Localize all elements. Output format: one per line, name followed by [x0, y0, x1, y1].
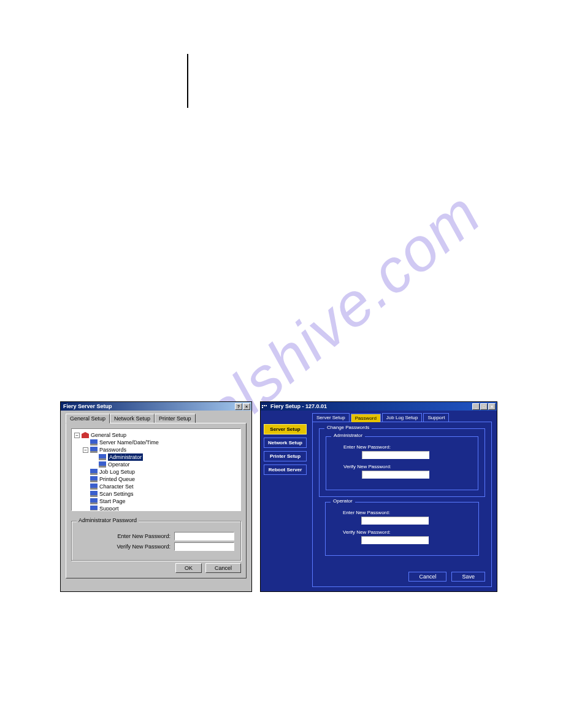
button-row: OK Cancel	[175, 563, 241, 573]
sidebar: Server Setup Network Setup Printer Setup…	[261, 411, 310, 592]
tabs-row: General Setup Network Setup Printer Setu…	[66, 413, 247, 423]
verify-password-input[interactable]	[174, 542, 234, 551]
verify-password-input[interactable]	[361, 536, 429, 544]
tree-label: General Setup	[91, 431, 126, 439]
tab-support[interactable]: Support	[423, 413, 449, 422]
field: Verify New Password:	[343, 464, 472, 479]
title-text: Fiery Server Setup	[62, 403, 112, 409]
tree-label: Character Set	[99, 483, 134, 490]
cancel-button[interactable]: Cancel	[408, 572, 446, 582]
tabs-row: Server Setup Password Job Log Setup Supp…	[312, 413, 492, 422]
tab-server-setup[interactable]: Server Setup	[312, 413, 350, 422]
ok-button[interactable]: OK	[175, 563, 202, 573]
tab-network-setup[interactable]: Network Setup	[110, 414, 155, 423]
cancel-button[interactable]: Cancel	[205, 563, 241, 573]
titlebar: Fiery Server Setup ? ×	[61, 402, 251, 411]
tree-item[interactable]: Scan Settings	[74, 490, 238, 498]
close-icon[interactable]: ×	[488, 403, 496, 410]
tree-root[interactable]: − General Setup	[74, 431, 238, 439]
monitor-icon	[90, 506, 98, 511]
operator-group: Operator Enter New Password: Verify New …	[325, 502, 479, 556]
tab-general-setup[interactable]: General Setup	[66, 414, 110, 423]
tree-item[interactable]: Start Page	[74, 498, 238, 505]
help-icon[interactable]: ?	[235, 403, 242, 410]
field-row: Verify New Password:	[78, 542, 234, 551]
field: Verify New Password:	[343, 529, 472, 544]
tree-label: Operator	[108, 461, 130, 468]
tab-printer-setup[interactable]: Printer Setup	[155, 414, 196, 423]
tree-label: Start Page	[99, 498, 126, 505]
enter-password-label: Enter New Password:	[343, 510, 472, 515]
admin-password-group: Administrator Password Enter New Passwor…	[71, 521, 241, 561]
monitor-icon	[99, 461, 106, 468]
enter-password-label: Enter New Password:	[343, 444, 472, 450]
verify-password-label: Verify New Password:	[343, 529, 472, 535]
monitor-icon	[90, 491, 98, 497]
tree-label: Administrator	[108, 453, 143, 461]
field: Enter New Password:	[343, 444, 472, 459]
group-title: Change Passwords	[324, 425, 372, 430]
administrator-group: Administrator Enter New Password: Verify…	[326, 436, 478, 490]
tab-panel: − General Setup Server Name/Date/Time − …	[66, 423, 247, 578]
maximize-icon[interactable]: □	[480, 403, 488, 410]
titlebar: Fiery Setup - 127.0.01 _ □ ×	[261, 402, 497, 411]
tree-item-selected[interactable]: Administrator	[74, 453, 238, 461]
group-title: Administrator	[331, 433, 365, 438]
enter-password-label: Enter New Password:	[117, 533, 170, 539]
fiery-server-setup-dialog: Fiery Server Setup ? × General Setup Net…	[60, 401, 252, 592]
enter-password-input[interactable]	[174, 532, 234, 540]
collapse-icon[interactable]: −	[74, 433, 80, 438]
tab-panel: Change Passwords Administrator Enter New…	[312, 422, 492, 587]
tree-view[interactable]: − General Setup Server Name/Date/Time − …	[71, 428, 241, 511]
tree-item[interactable]: Job Log Setup	[74, 468, 238, 476]
monitor-icon	[90, 483, 98, 490]
dialog-body: General Setup Network Setup Printer Setu…	[61, 411, 251, 583]
verify-password-input[interactable]	[362, 471, 429, 479]
monitor-icon	[99, 454, 106, 460]
tree-item[interactable]: Printed Queue	[74, 476, 238, 483]
tree-item[interactable]: Server Name/Date/Time	[74, 439, 238, 446]
tree-label: Job Log Setup	[99, 468, 135, 476]
fiery-setup-dialog: Fiery Setup - 127.0.01 _ □ × Server Setu…	[260, 401, 497, 592]
monitor-icon	[90, 469, 98, 475]
collapse-icon[interactable]: −	[83, 447, 88, 453]
vertical-divider	[187, 54, 188, 108]
screenshot-row: Fiery Server Setup ? × General Setup Net…	[60, 401, 497, 592]
sidebar-printer-setup[interactable]: Printer Setup	[264, 451, 307, 461]
tree-item[interactable]: Operator	[74, 461, 238, 468]
close-icon[interactable]: ×	[243, 403, 250, 410]
sidebar-network-setup[interactable]: Network Setup	[264, 438, 307, 448]
dialog-body: Server Setup Network Setup Printer Setup…	[261, 411, 497, 592]
monitor-icon	[90, 498, 98, 504]
sidebar-reboot-server[interactable]: Reboot Server	[264, 464, 307, 475]
monitor-icon	[90, 476, 98, 482]
group-title: Administrator Password	[77, 517, 139, 523]
sidebar-server-setup[interactable]: Server Setup	[264, 424, 307, 434]
field-row: Enter New Password:	[78, 532, 234, 540]
verify-password-label: Verify New Password:	[117, 544, 170, 550]
tree-item[interactable]: Support	[74, 505, 238, 511]
tree-label: Passwords	[99, 446, 126, 453]
minimize-icon[interactable]: _	[472, 403, 480, 410]
enter-password-input[interactable]	[362, 451, 429, 459]
tree-item[interactable]: − Passwords	[74, 446, 238, 453]
group-title: Operator	[331, 498, 355, 504]
title-buttons: ? ×	[235, 403, 250, 410]
tab-password[interactable]: Password	[351, 414, 381, 422]
tree-label: Support	[99, 505, 119, 511]
button-row: Cancel Save	[408, 572, 485, 582]
save-button[interactable]: Save	[451, 572, 485, 582]
tree-label: Scan Settings	[99, 490, 134, 498]
tree-label: Server Name/Date/Time	[99, 439, 159, 446]
tab-job-log-setup[interactable]: Job Log Setup	[382, 413, 423, 422]
tree-item[interactable]: Character Set	[74, 483, 238, 490]
title-text: Fiery Setup - 127.0.01	[269, 403, 327, 409]
verify-password-label: Verify New Password:	[343, 464, 472, 469]
tree-label: Printed Queue	[99, 476, 135, 483]
monitor-icon	[90, 447, 98, 453]
monitor-icon	[90, 439, 98, 446]
app-icon	[262, 405, 267, 408]
field: Enter New Password:	[343, 510, 472, 525]
enter-password-input[interactable]	[361, 517, 429, 525]
root-icon	[82, 432, 89, 438]
